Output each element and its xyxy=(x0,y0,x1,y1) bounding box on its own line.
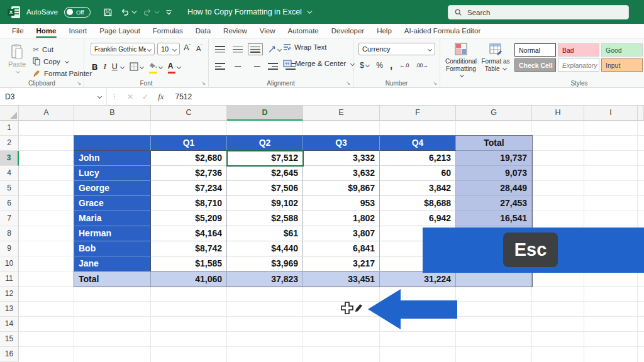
table-cell-F7[interactable]: 6,942 xyxy=(380,211,456,226)
align-top-button[interactable] xyxy=(215,46,225,53)
formula-input[interactable]: 7512 xyxy=(169,92,644,101)
row-header-2[interactable]: 2 xyxy=(0,136,19,151)
table-header-cell-B2[interactable] xyxy=(74,136,151,151)
table-cell-F3[interactable]: 6,213 xyxy=(380,151,456,166)
table-cell-C5[interactable]: $7,234 xyxy=(151,181,227,196)
table-total-cell-E11[interactable]: 33,451 xyxy=(303,272,380,287)
table-total-cell-D11[interactable]: 37,823 xyxy=(227,272,303,287)
percent-style-button[interactable]: % xyxy=(376,61,383,70)
table-cell-B4[interactable]: Lucy xyxy=(74,166,151,181)
tab-ai-formula-editor[interactable]: AI-aided Formula Editor xyxy=(399,25,486,38)
tab-view[interactable]: View xyxy=(254,25,281,38)
redo-button[interactable] xyxy=(143,8,158,16)
align-middle-button[interactable] xyxy=(233,46,243,53)
align-right-button[interactable] xyxy=(250,63,260,70)
row-header-10[interactable]: 10 xyxy=(0,256,19,272)
name-box[interactable]: D3 xyxy=(0,88,107,105)
paste-button[interactable]: Paste xyxy=(4,42,30,81)
table-cell-E10[interactable]: 3,217 xyxy=(303,256,380,272)
table-header-cell-D2[interactable]: Q2 xyxy=(227,136,303,151)
font-color-button[interactable]: A xyxy=(168,60,180,74)
table-header-cell-C2[interactable]: Q1 xyxy=(151,136,227,151)
row-header-3[interactable]: 3 xyxy=(0,151,19,166)
table-cell-G7[interactable]: 16,541 xyxy=(456,211,532,226)
row-header-15[interactable]: 15 xyxy=(0,332,19,347)
table-cell-B3[interactable]: John xyxy=(74,151,151,166)
table-cell-D3[interactable]: $7,512 xyxy=(227,151,303,166)
table-cell-E3[interactable]: 3,332 xyxy=(303,151,380,166)
font-size-select[interactable]: 10 xyxy=(157,43,180,55)
column-header-G[interactable]: G xyxy=(456,106,532,121)
row-header-9[interactable]: 9 xyxy=(0,241,19,256)
style-explanatory[interactable]: Explanatory ... xyxy=(558,58,599,72)
style-input[interactable]: Input xyxy=(601,58,643,72)
row-header-16[interactable]: 16 xyxy=(0,347,19,362)
increase-decimal-button[interactable]: ←.0 xyxy=(399,62,409,69)
table-cell-B10[interactable]: Jane xyxy=(74,256,151,272)
autosave-toggle[interactable]: Off xyxy=(64,7,91,18)
align-left-button[interactable] xyxy=(215,63,225,70)
table-cell-D4[interactable]: $2,645 xyxy=(227,166,303,181)
table-cell-E9[interactable]: 6,841 xyxy=(303,241,380,256)
column-header-F[interactable]: F xyxy=(380,106,456,121)
undo-button[interactable] xyxy=(120,8,135,16)
table-total-cell-G11[interactable] xyxy=(456,272,532,287)
align-bottom-button[interactable] xyxy=(250,46,260,53)
table-cell-C3[interactable]: $2,680 xyxy=(151,151,227,166)
row-header-11[interactable]: 11 xyxy=(0,272,19,287)
column-header-A[interactable]: A xyxy=(19,106,74,121)
table-cell-F5[interactable]: 3,842 xyxy=(380,181,456,196)
table-cell-D6[interactable]: $9,102 xyxy=(227,196,303,211)
style-normal[interactable]: Normal xyxy=(514,43,556,57)
copy-button[interactable]: Copy xyxy=(33,55,92,67)
merge-center-button[interactable]: Merge & Center xyxy=(283,60,354,67)
column-header-C[interactable]: C xyxy=(151,106,227,121)
table-cell-B7[interactable]: Maria xyxy=(74,211,151,226)
format-painter-button[interactable]: Format Painter xyxy=(33,67,92,79)
fill-color-button[interactable] xyxy=(149,60,162,74)
increase-font-size-button[interactable]: Aˆ xyxy=(184,43,191,52)
column-header-H[interactable]: H xyxy=(532,106,584,121)
tab-insert[interactable]: Insert xyxy=(63,25,92,38)
conditional-formatting-button[interactable]: Conditional Formatting xyxy=(443,42,479,80)
align-center-button[interactable] xyxy=(233,63,243,70)
italic-button[interactable]: I xyxy=(103,62,106,72)
tab-data[interactable]: Data xyxy=(190,25,216,38)
table-cell-G3[interactable]: 19,737 xyxy=(456,151,532,166)
customize-quick-access-button[interactable] xyxy=(165,9,172,16)
font-name-select[interactable]: Franklin Gothic Med xyxy=(91,43,155,55)
alignment-dialog-launcher[interactable]: ↘ xyxy=(346,80,350,86)
row-header-13[interactable]: 13 xyxy=(0,302,19,317)
bold-button[interactable]: B xyxy=(92,62,97,72)
underline-button[interactable]: U xyxy=(112,62,118,71)
table-header-cell-E2[interactable]: Q3 xyxy=(303,136,380,151)
insert-function-button[interactable]: fx xyxy=(153,92,169,102)
tab-developer[interactable]: Developer xyxy=(326,25,370,38)
cancel-entry-button[interactable]: ✕ xyxy=(123,92,138,101)
redo-menu-chevron-icon[interactable] xyxy=(154,8,159,13)
table-cell-E6[interactable]: 953 xyxy=(303,196,380,211)
table-cell-B5[interactable]: George xyxy=(74,181,151,196)
save-button[interactable] xyxy=(103,8,113,17)
document-title[interactable]: How to Copy Formatting in Excel xyxy=(187,8,311,16)
table-cell-F6[interactable]: $8,688 xyxy=(380,196,456,211)
clipboard-dialog-launcher[interactable]: ↘ xyxy=(77,80,81,86)
cut-button[interactable]: ✂Cut xyxy=(33,43,92,55)
table-cell-G6[interactable]: 27,453 xyxy=(456,196,532,211)
table-cell-C6[interactable]: $8,710 xyxy=(151,196,227,211)
tab-home[interactable]: Home xyxy=(31,25,62,38)
column-header-I[interactable]: I xyxy=(584,106,638,121)
style-bad[interactable]: Bad xyxy=(558,43,599,57)
row-header-8[interactable]: 8 xyxy=(0,226,19,241)
tab-file[interactable]: File xyxy=(6,25,30,38)
table-header-cell-G2[interactable]: Total xyxy=(456,136,532,151)
number-format-select[interactable]: Currency xyxy=(358,43,435,55)
table-cell-B9[interactable]: Bob xyxy=(74,241,151,256)
table-cell-D7[interactable]: $2,588 xyxy=(227,211,303,226)
table-cell-C10[interactable]: $1,585 xyxy=(151,256,227,272)
table-total-cell-C11[interactable]: 41,060 xyxy=(151,272,227,287)
table-total-cell-F11[interactable]: 31,224 xyxy=(380,272,456,287)
table-cell-E4[interactable]: 3,632 xyxy=(303,166,380,181)
decrease-font-size-button[interactable]: Aˇ xyxy=(196,44,203,52)
column-header-E[interactable]: E xyxy=(303,106,380,121)
